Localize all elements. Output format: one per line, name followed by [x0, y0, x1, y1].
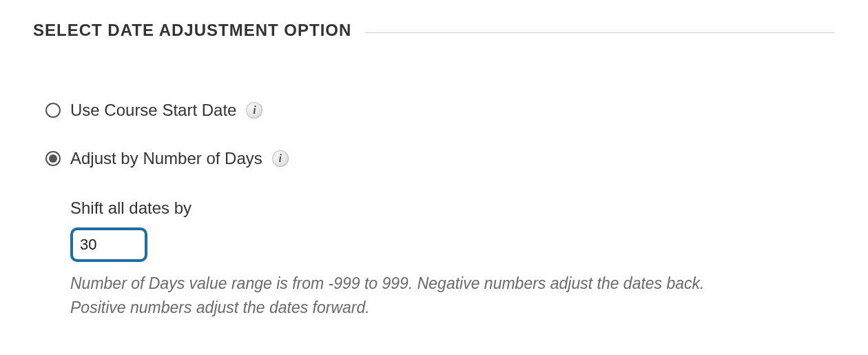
options-group: Use Course Start Date i Adjust by Number…	[33, 102, 835, 319]
shift-days-input[interactable]	[70, 227, 147, 262]
option-label-adjust-by-days: Adjust by Number of Days	[70, 150, 262, 167]
info-icon[interactable]: i	[272, 150, 289, 167]
info-icon[interactable]: i	[246, 102, 262, 119]
option-adjust-by-days[interactable]: Adjust by Number of Days i	[45, 150, 835, 167]
shift-days-hint: Number of Days value range is from -999 …	[70, 272, 732, 319]
option-use-course-start-date[interactable]: Use Course Start Date i	[45, 102, 835, 119]
radio-use-course-start-date[interactable]	[45, 103, 61, 118]
date-adjustment-panel: SELECT DATE ADJUSTMENT OPTION Use Course…	[0, 0, 868, 319]
shift-days-label: Shift all dates by	[70, 199, 773, 218]
shift-days-block: Shift all dates by Number of Days value …	[45, 199, 773, 319]
option-label-use-course-start-date: Use Course Start Date	[70, 102, 236, 119]
radio-adjust-by-days[interactable]	[45, 151, 61, 166]
section-title: SELECT DATE ADJUSTMENT OPTION	[33, 21, 351, 40]
section-divider	[365, 32, 835, 33]
section-header: SELECT DATE ADJUSTMENT OPTION	[33, 21, 835, 40]
